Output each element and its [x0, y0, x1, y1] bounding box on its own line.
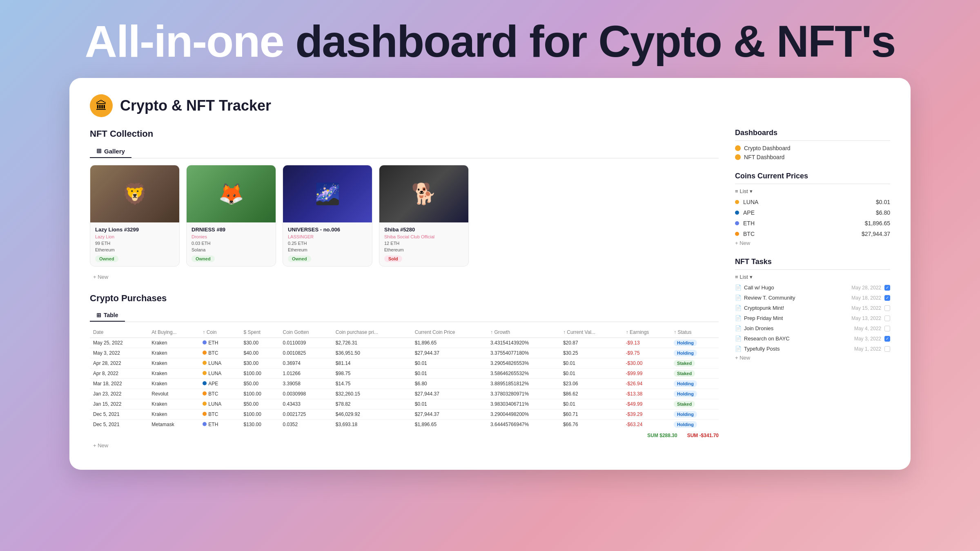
- task-date: May 28, 2022: [851, 285, 881, 291]
- cell-status: Staked: [670, 399, 719, 409]
- gallery-tab[interactable]: ⊞ Gallery: [90, 145, 131, 158]
- table-row[interactable]: Apr 8, 2022 Kraken LUNA $100.00 1.01266 …: [90, 369, 719, 379]
- table-row[interactable]: May 3, 2022 Kraken BTC $40.00 0.0010825 …: [90, 348, 719, 358]
- dashboard-item[interactable]: NFT Dashboard: [735, 154, 890, 160]
- cell-purchase-price: $3,693.18: [332, 420, 412, 430]
- list-icon: ≡: [735, 188, 738, 194]
- task-checkbox[interactable]: [884, 346, 890, 352]
- doc-icon: 📄: [735, 346, 742, 352]
- task-row[interactable]: 📄 Join Dronies May 4, 2022: [735, 324, 890, 333]
- task-row[interactable]: 📄 Research on BAYC May 3, 2022: [735, 334, 890, 343]
- cell-current-price: $27,944.37: [412, 389, 487, 399]
- coin-row[interactable]: BTC $27,944.37: [735, 229, 890, 238]
- cell-status: Holding: [670, 389, 719, 399]
- cell-growth: 3.29004498200%: [487, 409, 560, 420]
- nft-image: 🌌: [283, 165, 372, 222]
- cell-growth: 3.43154143920%: [487, 338, 560, 348]
- tasks-list-toggle[interactable]: ≡ List ▾: [735, 274, 890, 280]
- dashboard-item[interactable]: Crypto Dashboard: [735, 145, 890, 151]
- cell-coin: LUNA: [199, 399, 240, 409]
- footer-sum-negative: SUM -$341.70: [687, 433, 719, 438]
- tasks-title: NFT Tasks: [735, 258, 890, 270]
- cell-date: Jan 15, 2022: [90, 399, 148, 409]
- cell-gotten: 0.0010825: [279, 348, 332, 358]
- crypto-add-new-button[interactable]: + New: [90, 441, 111, 450]
- crypto-section-title: Crypto Purchases: [90, 293, 719, 304]
- cell-exchange: Kraken: [148, 338, 199, 348]
- list-toggle[interactable]: ≡ List ▾: [735, 188, 890, 194]
- nft-card[interactable]: 🦊 DRNIESS #89 Dronies 0.03 ETH Solana Ow…: [186, 165, 276, 267]
- nft-name: Lazy Lions #3299: [95, 227, 174, 233]
- nft-card[interactable]: 🌌 UNIVERSES - no.006 LASSINGER 0.25 ETH …: [283, 165, 372, 267]
- table-row[interactable]: Jan 15, 2022 Kraken LUNA $50.00 0.43433 …: [90, 399, 719, 409]
- nft-status: Owned: [95, 256, 118, 262]
- col-current-price: Current Coin Price: [412, 327, 487, 338]
- gallery-tabs: ⊞ Gallery: [90, 145, 719, 158]
- nft-collection: Dronies: [192, 234, 271, 239]
- cell-purchase-price: $81.14: [332, 358, 412, 369]
- task-row[interactable]: 📄 Typefully Posts May 1, 2022: [735, 344, 890, 353]
- task-date: May 15, 2022: [851, 305, 881, 311]
- cell-earnings: -$49.99: [623, 399, 670, 409]
- cell-spent: $30.00: [241, 338, 280, 348]
- coins-title: Coins Current Prices: [735, 172, 890, 184]
- cell-spent: $30.00: [241, 358, 280, 369]
- table-row[interactable]: May 25, 2022 Kraken ETH $30.00 0.0110039…: [90, 338, 719, 348]
- task-row[interactable]: 📄 Review T. Community May 18, 2022: [735, 293, 890, 302]
- task-checkbox[interactable]: [884, 285, 890, 291]
- cell-gotten: 1.01266: [279, 369, 332, 379]
- nft-add-new-button[interactable]: + New: [90, 272, 111, 282]
- cell-exchange: Kraken: [148, 358, 199, 369]
- coins-add-new-button[interactable]: + New: [735, 240, 890, 246]
- cell-gotten: 0.0021725: [279, 409, 332, 420]
- task-row[interactable]: 📄 Cryptopunk Mint! May 15, 2022: [735, 304, 890, 312]
- task-checkbox[interactable]: [884, 336, 890, 342]
- cell-status: Holding: [670, 348, 719, 358]
- cell-earnings: -$26.94: [623, 379, 670, 389]
- task-checkbox[interactable]: [884, 326, 890, 331]
- dashboard-dot: [735, 154, 741, 160]
- header-rest: dashboard for Cypto & NFT's: [284, 16, 895, 66]
- table-row[interactable]: Mar 18, 2022 Kraken APE $50.00 3.39058 $…: [90, 379, 719, 389]
- task-row[interactable]: 📄 Prep Friday Mint May 13, 2022: [735, 314, 890, 322]
- nft-card[interactable]: 🦁 Lazy Lions #3299 Lazy Lion 99 ETH Ethe…: [90, 165, 180, 267]
- nft-status: Sold: [384, 256, 402, 262]
- cell-spent: $40.00: [241, 348, 280, 358]
- cell-purchase-price: $14.75: [332, 379, 412, 389]
- col-date: Date: [90, 327, 148, 338]
- coin-price: $27,944.37: [862, 231, 890, 237]
- cell-status: Holding: [670, 338, 719, 348]
- coin-dot: [735, 211, 739, 215]
- doc-icon: 📄: [735, 335, 742, 342]
- cell-earnings: -$9.13: [623, 338, 670, 348]
- task-checkbox[interactable]: [884, 315, 890, 321]
- nft-card[interactable]: 🐕 Shiba #5280 Shiba Social Club Official…: [379, 165, 469, 267]
- cell-current-val: $30.25: [560, 348, 623, 358]
- cell-date: Apr 28, 2022: [90, 358, 148, 369]
- table-row[interactable]: Jan 23, 2022 Revolut BTC $100.00 0.00309…: [90, 389, 719, 399]
- nft-price: 12 ETH: [384, 241, 463, 246]
- cell-exchange: Revolut: [148, 389, 199, 399]
- table-tab[interactable]: ⊞ Table: [90, 309, 125, 322]
- coin-row[interactable]: ETH $1,896.65: [735, 219, 890, 228]
- task-row[interactable]: 📄 Call w/ Hugo May 28, 2022: [735, 283, 890, 292]
- coins-list: LUNA $0.01 APE $6.80 ETH $1,896.65 BTC $…: [735, 198, 890, 238]
- chevron-icon: ▾: [750, 274, 753, 280]
- tasks-add-new-button[interactable]: + New: [735, 355, 890, 361]
- task-checkbox[interactable]: [884, 305, 890, 311]
- doc-icon: 📄: [735, 315, 742, 321]
- chevron-icon: ▾: [750, 188, 753, 194]
- table-row[interactable]: Apr 28, 2022 Kraken LUNA $30.00 0.36974 …: [90, 358, 719, 369]
- task-date: May 18, 2022: [851, 295, 881, 301]
- coin-row[interactable]: LUNA $0.01: [735, 198, 890, 207]
- coin-row[interactable]: APE $6.80: [735, 208, 890, 217]
- table-footer: SUM $288.30 SUM -$341.70: [90, 433, 719, 438]
- table-row[interactable]: Dec 5, 2021 Kraken BTC $100.00 0.0021725…: [90, 409, 719, 420]
- task-date: May 13, 2022: [851, 315, 881, 321]
- cell-purchase-price: $36,951.50: [332, 348, 412, 358]
- right-panel: Dashboards Crypto Dashboard NFT Dashboar…: [735, 129, 890, 453]
- task-checkbox[interactable]: [884, 295, 890, 301]
- cell-date: May 25, 2022: [90, 338, 148, 348]
- table-row[interactable]: Dec 5, 2021 Metamask ETH $130.00 0.0352 …: [90, 420, 719, 430]
- cell-gotten: 0.0352: [279, 420, 332, 430]
